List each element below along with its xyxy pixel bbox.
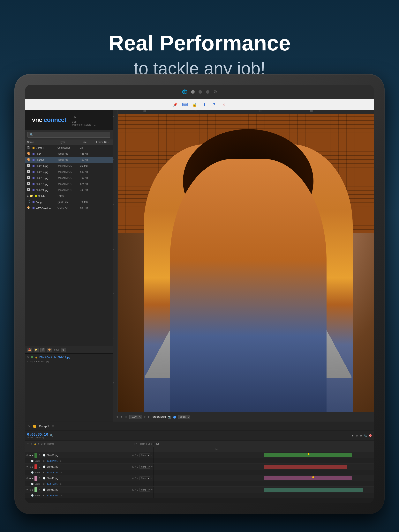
viewer-fit-icon[interactable]: ⊡	[144, 415, 146, 418]
viewer-icon-2[interactable]: 🖥	[120, 415, 123, 418]
layer-expand[interactable]: ▶	[32, 466, 33, 468]
file-item[interactable]: 🖼 Slide17.jpg ImporterJPEG 633 KB	[25, 169, 113, 175]
layer-expand[interactable]: ▶	[32, 477, 33, 479]
layer-keyframe-nav[interactable]: ◆	[29, 466, 31, 468]
vnc-logo-area: vnc connect ...5 395 Millions of Colors+…	[25, 110, 113, 130]
layer-switch-2[interactable]: /	[135, 466, 135, 468]
layer-number: 3	[38, 477, 42, 480]
tl-current-time[interactable]: 0:00:35:10	[27, 432, 48, 436]
pin-icon[interactable]: 📌	[172, 101, 179, 108]
layer-switch-1[interactable]: ⊞	[132, 488, 134, 491]
viewer-camera-icon[interactable]: 📷	[168, 415, 171, 418]
file-size: 495 KB	[80, 189, 96, 191]
project-search-input[interactable]: 🔍	[27, 132, 110, 138]
parent-link-select[interactable]: None	[139, 465, 150, 469]
tl-ctrl-5[interactable]: 🎯	[369, 434, 372, 437]
layer-visibility-toggle[interactable]: 👁	[26, 454, 28, 457]
project-bottom-toolbar: 📥 📁 🎬 🎨 8 bpc 🗑	[25, 346, 113, 354]
file-item[interactable]: 🎬 Comp 1 Composition 25	[25, 145, 113, 151]
browser-dot-gray1	[191, 90, 195, 94]
tl-layer-right-sub	[154, 470, 374, 475]
layer-visibility-toggle[interactable]: 👁	[26, 465, 28, 468]
file-item[interactable]: ▶ 📁 Solids Folder	[25, 193, 113, 199]
layer-keyframe-nav[interactable]: ◆	[29, 489, 31, 491]
layer-keyframe-nav[interactable]: ◆	[29, 454, 31, 456]
file-item[interactable]: 🎵 Song QuickTime 7.3 MB	[25, 199, 113, 205]
new-comp-icon[interactable]: 🎬	[40, 348, 45, 352]
file-item[interactable]: 🖼 Slide19.jpg ImporterJPEG 624 KB	[25, 181, 113, 187]
info-icon[interactable]: ℹ	[201, 101, 208, 108]
parent-link-select[interactable]: None	[139, 476, 150, 480]
tl-ctrl-1[interactable]: ⊞	[351, 434, 354, 437]
file-icon: 🖼	[27, 188, 31, 192]
layer-switch-2[interactable]: /	[135, 488, 135, 491]
tl-layer-bar[interactable]	[264, 465, 347, 469]
tl-layer-bar[interactable]	[264, 488, 363, 492]
tl-ctrl-4[interactable]: 📎	[364, 434, 367, 437]
layer-number: 4	[38, 488, 42, 491]
layer-color-box	[34, 476, 37, 481]
parent-link-dropdown[interactable]: ▾	[151, 466, 153, 468]
parent-link-dropdown[interactable]: ▾	[151, 488, 153, 491]
ec-color-box	[31, 356, 33, 358]
layer-visibility-toggle[interactable]: 👁	[26, 477, 28, 480]
file-item[interactable]: 🎨 WEB-Version Vector Art 305 KB	[25, 205, 113, 211]
keyboard-icon[interactable]: ⌨	[182, 101, 188, 108]
file-color-dot	[32, 201, 34, 203]
tl-search-icon[interactable]: 🔍	[50, 434, 53, 437]
layer-switch-1[interactable]: ⊞	[132, 466, 134, 468]
layer-expand[interactable]: ▶	[32, 489, 33, 491]
viewer-icon-1[interactable]: ⊞	[116, 415, 118, 418]
color-icon[interactable]: 🎨	[47, 348, 52, 352]
tl-ctrl-2[interactable]: ⊡	[355, 434, 358, 437]
col-header-name: Name	[27, 141, 56, 144]
help-icon[interactable]: ?	[211, 101, 218, 108]
ec-close-icon[interactable]: ✕	[27, 355, 29, 359]
file-size: 458 KB	[80, 158, 96, 161]
sub-row-clock-icon: 🕐	[31, 494, 34, 497]
import-icon[interactable]: 📥	[27, 348, 32, 352]
parent-link-icon: ⊙	[137, 466, 138, 468]
layer-visibility-toggle[interactable]: 👁	[26, 488, 28, 491]
layer-expand[interactable]: ▶	[32, 454, 33, 456]
tl-col-lock: 🔒	[34, 443, 37, 445]
file-icon: 🖼	[27, 164, 31, 168]
parent-link-select[interactable]: None	[139, 454, 150, 457]
tl-layer-right-main	[154, 475, 374, 481]
file-item[interactable]: 🖼 Slide11.jpg ImporterJPEG 2.2 MB	[25, 163, 113, 169]
file-item[interactable]: 🎨 Logo Vector Art 445 KB	[25, 151, 113, 157]
file-type: ImporterJPEG	[58, 183, 80, 185]
v-scale-500: 5	[113, 337, 114, 339]
parent-link-dropdown[interactable]: ▾	[151, 477, 153, 480]
viewer-icon-3[interactable]: 👁	[125, 415, 127, 418]
layer-clock-icon: 🕐	[43, 465, 45, 468]
trash-icon[interactable]: 🗑	[61, 348, 66, 352]
layer-switch-1[interactable]: ⊞	[132, 454, 134, 457]
layer-number: 1	[38, 454, 42, 457]
ec-slide-file[interactable]: Slide19.jpg	[58, 356, 70, 359]
layer-switch-2[interactable]: /	[135, 477, 135, 479]
zoom-select[interactable]: 100%	[129, 415, 142, 419]
ae-top-area: vnc connect ...5 395 Millions of Colors+…	[25, 110, 374, 422]
viewer-color-icon[interactable]: ⬤	[173, 415, 176, 418]
viewer-region-icon[interactable]: ⊟	[148, 415, 151, 418]
parent-link-select[interactable]: None	[139, 488, 150, 492]
layer-switch-1[interactable]: ⊞	[132, 477, 134, 480]
file-item[interactable]: 🖼 Slide21.jpg ImporterJPEG 495 KB	[25, 187, 113, 193]
tl-ctrl-3[interactable]: ⊟	[360, 434, 362, 437]
tl-layer-bar[interactable]	[264, 476, 352, 480]
col-header-type: Type	[60, 141, 82, 144]
file-item[interactable]: 🖼 Slide18.jpg ImporterJPEG 707 KB	[25, 175, 113, 181]
layer-switch-2[interactable]: /	[135, 454, 135, 456]
ec-menu-icon[interactable]: ☰	[71, 355, 74, 359]
tl-close-btn[interactable]: ✕	[28, 425, 30, 428]
quality-select[interactable]: (Full)	[178, 415, 190, 419]
tl-menu-icon[interactable]: ☰	[52, 425, 54, 428]
folder-icon[interactable]: 📁	[34, 348, 39, 352]
close-vnc-icon[interactable]: ✕	[220, 101, 227, 108]
file-item[interactable]: 🎨 Logo54 Vector Art 458 KB	[25, 157, 113, 163]
layer-keyframe-nav[interactable]: ◆	[29, 477, 31, 479]
timeline-layer: 👁 ◆ ▶ 3 🕐 Slide18.jpg ⊞ / ⊙ None ▾ 🕐 Sca…	[25, 475, 374, 487]
lock-icon[interactable]: 🔒	[191, 101, 198, 108]
parent-link-dropdown[interactable]: ▾	[151, 454, 153, 457]
